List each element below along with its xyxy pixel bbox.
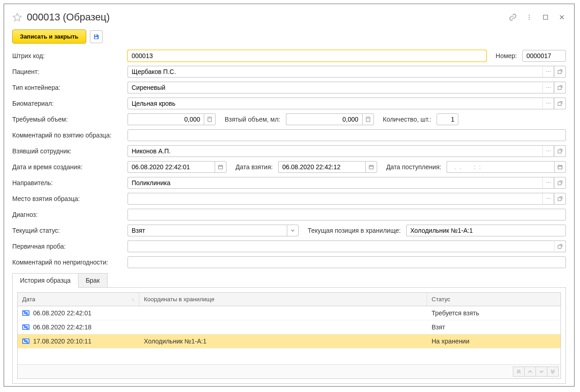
referrer-label: Направитель: bbox=[12, 179, 125, 186]
primary-sample-input[interactable] bbox=[128, 240, 554, 252]
save-button[interactable] bbox=[90, 30, 103, 43]
tab-history[interactable]: История образца bbox=[12, 273, 79, 288]
patient-input[interactable] bbox=[128, 66, 542, 78]
container-type-label: Тип контейнера: bbox=[12, 84, 125, 91]
taken-volume-input[interactable] bbox=[286, 113, 362, 125]
open-external-icon bbox=[557, 180, 563, 186]
grid-last-button[interactable] bbox=[547, 367, 559, 377]
tab-reject[interactable]: Брак bbox=[78, 273, 108, 288]
taken-by-label: Взявший сотрудник: bbox=[12, 147, 125, 155]
cell-status: Требуется взять bbox=[427, 306, 556, 320]
container-type-input[interactable] bbox=[128, 82, 542, 93]
grid-next-button[interactable] bbox=[536, 367, 547, 377]
svg-rect-9 bbox=[558, 103, 561, 106]
window-actions bbox=[509, 13, 566, 21]
sample-comment-input[interactable] bbox=[128, 129, 566, 141]
received-at-label: Дата поступления: bbox=[386, 163, 441, 171]
open-external-icon bbox=[557, 196, 563, 201]
grid-body: 06.08.2020 22:42:01Требуется взять06.08.… bbox=[18, 306, 560, 364]
taken-volume-calc-button[interactable] bbox=[362, 113, 374, 125]
maximize-icon[interactable] bbox=[541, 13, 550, 21]
svg-rect-6 bbox=[96, 34, 97, 35]
current-status-label: Текущий статус: bbox=[12, 227, 125, 234]
created-at-input[interactable] bbox=[128, 161, 215, 173]
required-volume-input[interactable] bbox=[128, 113, 204, 125]
svg-rect-18 bbox=[366, 117, 370, 122]
grid-prev-button[interactable] bbox=[524, 367, 536, 377]
patient-open-button[interactable] bbox=[554, 66, 566, 78]
record-icon bbox=[22, 324, 29, 330]
column-coords[interactable]: Координаты в хранилище bbox=[139, 293, 427, 306]
svg-rect-21 bbox=[219, 166, 223, 169]
biomaterial-input[interactable] bbox=[128, 98, 542, 109]
received-at-calendar-button[interactable] bbox=[554, 161, 566, 173]
taken-by-open-button[interactable] bbox=[554, 145, 566, 157]
patient-label: Пациент: bbox=[12, 68, 125, 75]
table-row[interactable]: 17.08.2020 20:10:11Холодильник №1-A:1На … bbox=[18, 334, 560, 348]
barcode-input[interactable] bbox=[128, 50, 487, 62]
grid-first-button[interactable] bbox=[513, 367, 525, 377]
svg-rect-20 bbox=[558, 150, 561, 153]
container-type-select-button[interactable]: ⋯ bbox=[542, 82, 554, 93]
calendar-icon bbox=[557, 164, 563, 170]
svg-point-1 bbox=[529, 17, 530, 18]
svg-rect-34 bbox=[558, 198, 561, 201]
save-and-close-button[interactable]: Записать и закрыть bbox=[12, 29, 86, 44]
chevron-up-icon bbox=[528, 369, 532, 374]
primary-sample-label: Первичная проба: bbox=[12, 243, 125, 250]
calculator-icon bbox=[365, 117, 371, 122]
favorite-star-icon[interactable] bbox=[12, 12, 22, 22]
titlebar: 000013 (Образец) bbox=[12, 11, 566, 23]
required-volume-calc-button[interactable] bbox=[204, 113, 216, 125]
primary-sample-open-button[interactable] bbox=[554, 240, 566, 252]
taken-at-calendar-button[interactable] bbox=[365, 161, 377, 173]
container-type-open-button[interactable] bbox=[554, 82, 566, 93]
current-storage-pos-input[interactable] bbox=[406, 225, 566, 236]
cell-coords: Холодильник №1-A:1 bbox=[139, 334, 427, 348]
sort-descending-icon: ↓ bbox=[132, 297, 134, 302]
created-at-calendar-button[interactable] bbox=[215, 161, 226, 173]
taken-at-input[interactable] bbox=[278, 161, 365, 173]
cell-date: 06.08.2020 22:42:18 bbox=[18, 320, 139, 334]
unsuitable-comment-label: Комментарий по непригодности: bbox=[12, 259, 125, 266]
current-status-input[interactable] bbox=[128, 225, 287, 236]
unsuitable-comment-input[interactable] bbox=[128, 256, 566, 268]
current-status-dropdown-button[interactable] bbox=[287, 225, 299, 236]
calculator-icon bbox=[207, 117, 212, 122]
column-status[interactable]: Статус bbox=[427, 293, 556, 306]
chevron-down-icon bbox=[291, 229, 295, 232]
taken-by-input[interactable] bbox=[128, 145, 542, 157]
sample-location-input[interactable] bbox=[128, 193, 542, 205]
column-date[interactable]: Дата ↓ bbox=[18, 293, 139, 306]
biomaterial-select-button[interactable]: ⋯ bbox=[542, 98, 554, 109]
quantity-label: Количество, шт.: bbox=[383, 116, 432, 123]
svg-rect-5 bbox=[95, 37, 98, 39]
referrer-input[interactable] bbox=[128, 177, 542, 189]
number-input[interactable] bbox=[522, 50, 566, 62]
open-external-icon bbox=[557, 85, 563, 90]
taken-by-select-button[interactable]: ⋯ bbox=[542, 145, 554, 157]
more-icon[interactable] bbox=[525, 13, 533, 21]
sample-location-open-button[interactable] bbox=[554, 193, 566, 205]
biomaterial-label: Биоматериал: bbox=[12, 100, 125, 107]
open-external-icon bbox=[557, 244, 563, 249]
received-at-input[interactable] bbox=[447, 161, 554, 173]
calendar-icon bbox=[369, 164, 374, 170]
biomaterial-open-button[interactable] bbox=[554, 98, 566, 109]
cell-status: На хранении bbox=[427, 334, 556, 348]
record-icon bbox=[22, 338, 29, 344]
referrer-open-button[interactable] bbox=[554, 177, 566, 189]
table-row[interactable]: 06.08.2020 22:42:01Требуется взять bbox=[18, 306, 560, 320]
svg-point-0 bbox=[529, 15, 530, 15]
table-row[interactable]: 06.08.2020 22:42:18Взят bbox=[18, 320, 560, 334]
diagnosis-input[interactable] bbox=[128, 209, 566, 220]
quantity-input[interactable] bbox=[437, 113, 458, 125]
referrer-select-button[interactable]: ⋯ bbox=[542, 177, 554, 189]
patient-select-button[interactable]: ⋯ bbox=[542, 66, 554, 78]
close-icon[interactable] bbox=[558, 13, 566, 21]
link-icon[interactable] bbox=[509, 13, 517, 21]
toolbar: Записать и закрыть bbox=[12, 29, 566, 44]
current-storage-pos-label: Текущая позиция в хранилище: bbox=[308, 227, 401, 234]
sample-location-select-button[interactable]: ⋯ bbox=[542, 193, 554, 205]
svg-rect-3 bbox=[543, 15, 547, 19]
